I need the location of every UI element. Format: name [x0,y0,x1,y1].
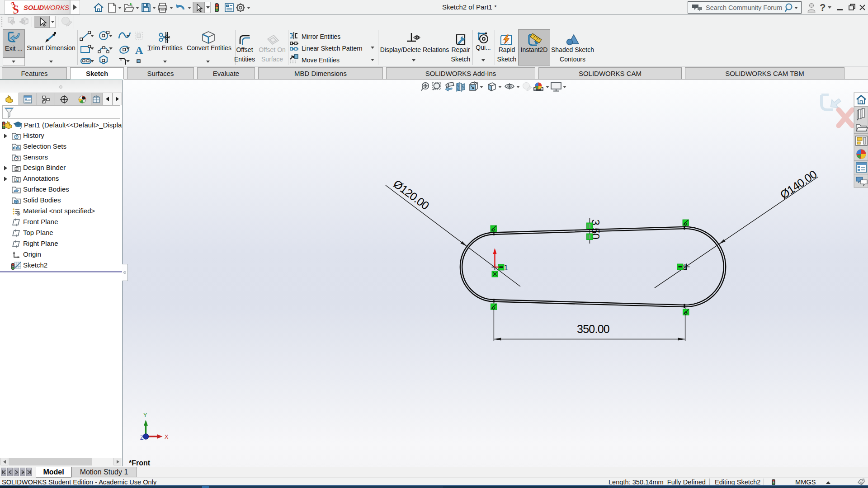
svg-text:WORKS: WORKS [44,4,69,11]
svg-text:?: ? [820,2,826,13]
svg-text:SOLID: SOLID [24,4,44,11]
svg-text:S: S [11,3,20,14]
svg-text:A: A [15,178,19,183]
